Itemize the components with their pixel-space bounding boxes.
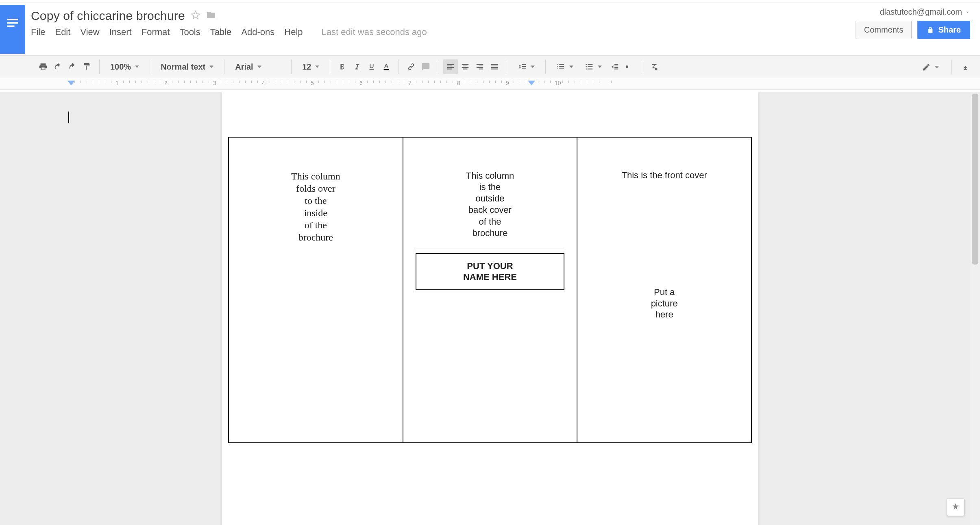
chevron-down-icon (598, 66, 602, 68)
underline-button[interactable] (364, 59, 379, 74)
chevron-up-icon (961, 63, 970, 72)
menu-tools[interactable]: Tools (179, 27, 200, 37)
decrease-indent-button[interactable] (608, 59, 622, 74)
menu-edit[interactable]: Edit (55, 27, 70, 37)
svg-rect-0 (7, 19, 18, 20)
col3-picture-placeholder: Put apicturehere (602, 287, 727, 320)
redo-icon (68, 62, 77, 71)
chevron-down-icon (569, 66, 573, 68)
brochure-col-3[interactable]: This is the front cover Put apicturehere (577, 137, 751, 443)
clear-formatting-icon (650, 62, 659, 71)
bold-icon (338, 62, 347, 71)
svg-rect-1 (7, 22, 18, 24)
font-size-value: 12 (302, 62, 311, 72)
increase-indent-icon (625, 62, 634, 71)
ruler-mark: 3 (213, 80, 216, 86)
col2-divider (416, 249, 565, 249)
doc-title[interactable]: Copy of chiccarine brochure (31, 9, 185, 23)
brochure-col-1[interactable]: This columnfolds overto theinsideof theb… (229, 137, 403, 443)
add-comment-button[interactable] (418, 59, 433, 74)
app-root: Copy of chiccarine brochure File Edit Vi… (0, 0, 980, 525)
share-button[interactable]: Share (917, 21, 970, 39)
scrollbar-thumb[interactable] (972, 94, 978, 265)
increase-indent-button[interactable] (622, 59, 637, 74)
svg-point-6 (586, 68, 587, 70)
clear-formatting-button[interactable] (647, 59, 662, 74)
account-menu[interactable]: dlastutech@gmail.com (880, 7, 970, 17)
font-family-select[interactable]: Arial (229, 62, 286, 72)
chevron-down-icon (209, 66, 213, 68)
vertical-scrollbar[interactable] (970, 92, 980, 525)
docs-home-button[interactable] (0, 5, 25, 54)
name-box[interactable]: PUT YOURNAME HERE (416, 253, 565, 290)
zoom-value: 100% (110, 62, 131, 72)
line-spacing-button[interactable] (512, 62, 540, 71)
toolbar: 100% Normal text Arial 12 (0, 55, 980, 78)
align-justify-icon (490, 62, 499, 71)
align-center-icon (461, 62, 470, 71)
font-size-select[interactable]: 12 (296, 62, 325, 72)
align-center-button[interactable] (458, 59, 473, 74)
menu-table[interactable]: Table (210, 27, 232, 37)
insert-link-button[interactable] (404, 59, 418, 74)
ruler[interactable]: 12345678910 (0, 78, 980, 90)
italic-icon (353, 62, 362, 71)
chevron-down-icon (935, 66, 939, 68)
menu-addons[interactable]: Add-ons (241, 27, 274, 37)
undo-button[interactable] (50, 59, 65, 74)
paint-format-button[interactable] (80, 59, 94, 74)
bold-button[interactable] (335, 59, 350, 74)
menu-help[interactable]: Help (284, 27, 303, 37)
ruler-mark: 8 (457, 80, 460, 86)
paragraph-style-select[interactable]: Normal text (155, 62, 219, 72)
text-color-button[interactable] (379, 59, 394, 74)
chevron-down-icon (257, 66, 261, 68)
align-right-button[interactable] (473, 59, 487, 74)
editing-mode-button[interactable] (916, 63, 945, 72)
explore-icon (951, 503, 960, 512)
col1-text: This columnfolds overto theinsideof theb… (253, 170, 378, 243)
header: Copy of chiccarine brochure File Edit Vi… (0, 2, 980, 32)
account-email: dlastutech@gmail.com (880, 7, 962, 17)
comments-button[interactable]: Comments (856, 21, 912, 39)
ruler-mark: 9 (506, 80, 509, 86)
decrease-indent-icon (610, 62, 619, 71)
folder-icon[interactable] (206, 10, 216, 22)
chevron-down-icon (531, 66, 535, 68)
header-right: dlastutech@gmail.com Comments Share (856, 7, 970, 39)
ruler-mark: 2 (164, 80, 168, 86)
paragraph-style-value: Normal text (161, 62, 205, 72)
document-canvas[interactable]: This columnfolds overto theinsideof theb… (0, 92, 980, 525)
align-left-button[interactable] (443, 59, 458, 74)
bulleted-list-button[interactable] (579, 62, 608, 71)
menu-format[interactable]: Format (142, 27, 170, 37)
menu-file[interactable]: File (31, 27, 45, 37)
star-icon[interactable] (191, 10, 200, 22)
underline-icon (367, 62, 376, 71)
zoom-select[interactable]: 100% (105, 62, 145, 72)
ruler-mark: 1 (115, 80, 119, 86)
undo-icon (53, 62, 62, 71)
redo-button[interactable] (65, 59, 80, 74)
ruler-mark: 7 (408, 80, 412, 86)
table-row: This columnfolds overto theinsideof theb… (229, 137, 751, 443)
share-label: Share (938, 25, 961, 35)
last-edit-status[interactable]: Last edit was seconds ago (322, 27, 427, 37)
numbered-list-button[interactable] (551, 62, 579, 71)
ruler-indent-right[interactable] (528, 81, 535, 85)
align-justify-button[interactable] (487, 59, 502, 74)
brochure-table[interactable]: This columnfolds overto theinsideof theb… (228, 137, 752, 443)
print-button[interactable] (36, 59, 50, 74)
menu-insert[interactable]: Insert (109, 27, 132, 37)
chevron-down-icon (135, 66, 139, 68)
brochure-col-2[interactable]: This columnis theoutsideback coverof the… (403, 137, 577, 443)
italic-button[interactable] (350, 59, 364, 74)
ruler-indent-left[interactable] (68, 81, 75, 85)
menu-view[interactable]: View (80, 27, 99, 37)
collapse-toolbar-button[interactable] (958, 60, 973, 74)
svg-rect-2 (7, 26, 15, 27)
font-family-value: Arial (235, 62, 253, 72)
explore-button[interactable] (947, 498, 965, 516)
text-caret (68, 112, 69, 123)
menu-bar: File Edit View Insert Format Tools Table… (31, 23, 973, 37)
